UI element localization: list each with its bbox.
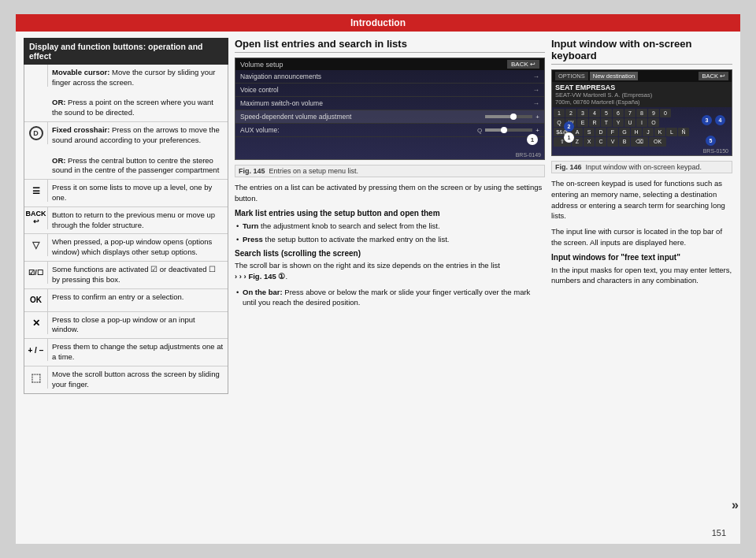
- subsection1-title: Mark list entries using the setup button…: [235, 209, 545, 218]
- icon-checkbox: ☑/☐: [24, 262, 48, 284]
- scroll-text: The scroll bar is shown on the right and…: [235, 260, 545, 282]
- icon-list: ☰: [24, 180, 48, 202]
- key-0[interactable]: 0: [660, 109, 671, 117]
- key-n-tilde[interactable]: Ñ: [678, 128, 689, 136]
- key-v[interactable]: V: [607, 137, 618, 147]
- icon-plus-minus: + / −: [24, 339, 48, 361]
- setup-row: Voice control →: [235, 84, 544, 97]
- key-f[interactable]: F: [607, 128, 618, 136]
- key-3[interactable]: 3: [577, 109, 588, 117]
- cell-text-ok: Press to confirm an entry or a selection…: [48, 289, 187, 306]
- key-8[interactable]: 8: [636, 109, 647, 117]
- key-e[interactable]: E: [577, 118, 588, 127]
- dest-sub2: 700m, 08760 Martorell (España): [555, 99, 728, 106]
- content-area: Display and function buttons: operation …: [16, 38, 740, 542]
- kp-tab-options[interactable]: OPTIONS: [555, 72, 588, 80]
- fig146-caption: Fig. 146 Input window with on-screen key…: [551, 161, 732, 173]
- table-row: ⬚ Move the scroll button across the scre…: [24, 366, 228, 393]
- icon-ok: OK: [24, 289, 48, 311]
- key-4[interactable]: 4: [589, 109, 600, 117]
- chevron-right-icon: »: [732, 498, 739, 512]
- fig145-caption: Fig. 145 Entries on a setup menu list.: [235, 165, 545, 177]
- cell-text-checkbox: Some functions are activated ☑ or deacti…: [48, 262, 228, 288]
- free-text-title: Input windows for "free text input": [551, 253, 732, 262]
- right-column: Input window with on-screen keyboard OPT…: [551, 38, 732, 534]
- back-button[interactable]: BACK ↩: [507, 60, 539, 69]
- key-2[interactable]: 2: [565, 109, 576, 117]
- key-6[interactable]: 6: [613, 109, 624, 117]
- key-o[interactable]: O: [648, 118, 659, 127]
- table-row: ✕ Press to close a pop-up window or an i…: [24, 312, 228, 340]
- bullet-1: Turn the adjustment knob to search and s…: [235, 221, 545, 232]
- key-r[interactable]: R: [589, 118, 600, 127]
- keypad-para3: In the input masks for open text, you ma…: [551, 265, 732, 287]
- icon-triangle: ▽: [24, 234, 48, 256]
- key-c[interactable]: C: [595, 137, 606, 147]
- middle-column: Open list entries and search in lists Vo…: [235, 38, 545, 534]
- cell-text-plus-minus: Press them to change the setup adjustmen…: [48, 339, 228, 366]
- key-ok[interactable]: OK: [649, 137, 666, 147]
- kp-back-button[interactable]: BACK ↩: [699, 72, 728, 80]
- keypad-para2: The input line with cursor is located in…: [551, 226, 732, 248]
- setup-screen-image: Volume setup BACK ↩ Navigation announcem…: [235, 58, 545, 160]
- page: Introduction Display and function button…: [16, 14, 740, 544]
- keypad-para1: The on-screen keypad is used for functio…: [551, 178, 732, 221]
- key-g[interactable]: G: [619, 128, 630, 136]
- key-j[interactable]: J: [643, 128, 654, 136]
- key-1[interactable]: 1: [554, 109, 565, 117]
- setup-rows: Navigation announcements → Voice control…: [235, 70, 544, 159]
- setup-title: Volume setup: [240, 61, 284, 69]
- cell-text-cursor: Movable cursor: Move the cursor by slidi…: [48, 65, 228, 121]
- key-del[interactable]: ⌫: [631, 137, 648, 147]
- keypad-topbar: OPTIONS New destination BACK ↩: [552, 70, 732, 82]
- key-s[interactable]: S: [584, 128, 595, 136]
- intro-text: The entries on a list can be activated b…: [235, 182, 545, 204]
- bullet-2: Press the setup button to activate the m…: [235, 234, 545, 245]
- setup-row: AUX volume: Q +: [235, 124, 544, 137]
- key-x[interactable]: X: [584, 137, 595, 147]
- dest-name: SEAT EMPRESAS: [555, 84, 728, 91]
- circle-2: 2: [564, 121, 574, 132]
- image-code: BRS-0149: [516, 152, 541, 158]
- keypad-screen-image: OPTIONS New destination BACK ↩ SEAT EMPR…: [551, 69, 732, 156]
- keypad-dest-bar: SEAT EMPRESAS SEAT-VW Martorell S. A. (E…: [552, 82, 732, 107]
- slider-bar-aux: [485, 128, 532, 132]
- setup-row: Navigation announcements →: [235, 70, 544, 84]
- key-u[interactable]: U: [624, 118, 636, 127]
- function-table: Movable cursor: Move the cursor by slidi…: [24, 65, 228, 394]
- dest-sub1: SEAT-VW Martorell S. A. (Empresas): [555, 91, 728, 99]
- key-i[interactable]: I: [636, 118, 647, 127]
- key-k[interactable]: K: [654, 128, 665, 136]
- kp-tab-new-dest[interactable]: New destination: [590, 72, 638, 80]
- table-row: BACK↩ Button to return to the previous m…: [24, 207, 228, 235]
- slider-bar: [485, 115, 532, 118]
- key-d[interactable]: D: [595, 128, 606, 136]
- setup-topbar: Volume setup BACK ↩: [235, 58, 544, 70]
- header-title: Introduction: [350, 17, 406, 28]
- key-9[interactable]: 9: [648, 109, 659, 117]
- key-l[interactable]: L: [666, 128, 677, 136]
- kp-row-zxcv: ⇧ Z X C V B ⌫ OK: [554, 137, 730, 147]
- icon-d-circle: D: [24, 122, 48, 144]
- cell-text-scroll: Move the scroll button across the screen…: [48, 366, 228, 393]
- table-row: OK Press to confirm an entry or a select…: [24, 289, 228, 312]
- setup-row: Maximum switch-on volume →: [235, 97, 544, 110]
- key-q[interactable]: Q: [554, 118, 565, 127]
- key-7[interactable]: 7: [624, 109, 636, 117]
- page-number: 151: [712, 528, 726, 538]
- key-y[interactable]: Y: [613, 118, 624, 127]
- table-row: ☰ Press it on some lists to move up a le…: [24, 180, 228, 207]
- cell-text-back: Button to return to the previous menu or…: [48, 207, 228, 234]
- setup-screen: Volume setup BACK ↩ Navigation announcem…: [235, 58, 544, 159]
- cell-text-triangle: When pressed, a pop-up window opens (opt…: [48, 234, 228, 261]
- key-b[interactable]: B: [619, 137, 630, 147]
- circle-marker-1: 1: [527, 134, 538, 145]
- key-t[interactable]: T: [601, 118, 612, 127]
- bullet-3: On the bar: Press above or below the mar…: [235, 287, 545, 309]
- icon-cursor: [24, 65, 48, 87]
- icon-scroll: ⬚: [24, 366, 48, 389]
- key-h[interactable]: H: [631, 128, 642, 136]
- circle-1: 1: [564, 132, 574, 143]
- table-row: ▽ When pressed, a pop-up window opens (o…: [24, 234, 228, 262]
- key-5[interactable]: 5: [601, 109, 612, 117]
